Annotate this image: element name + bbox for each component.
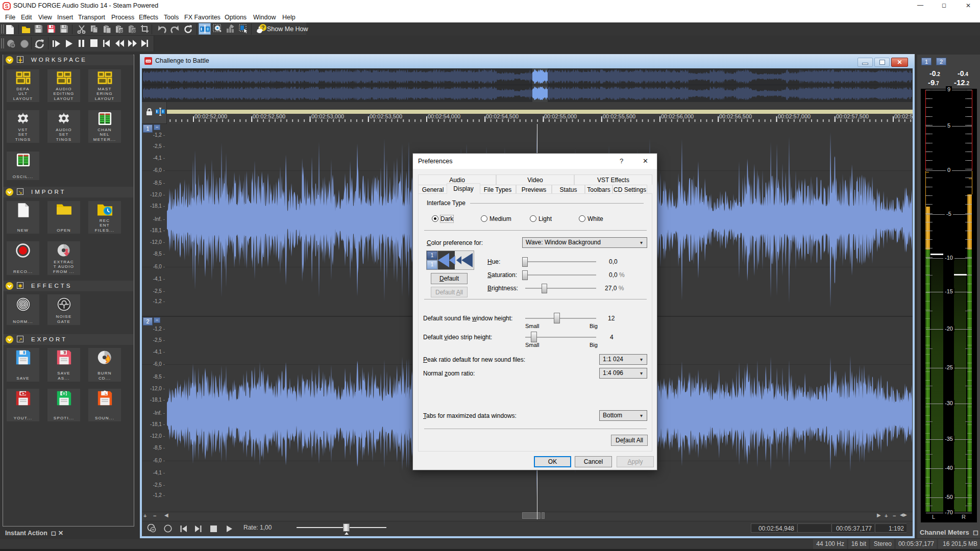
svg-text:?: ?: [63, 350, 65, 355]
svg-text:S: S: [5, 4, 9, 9]
